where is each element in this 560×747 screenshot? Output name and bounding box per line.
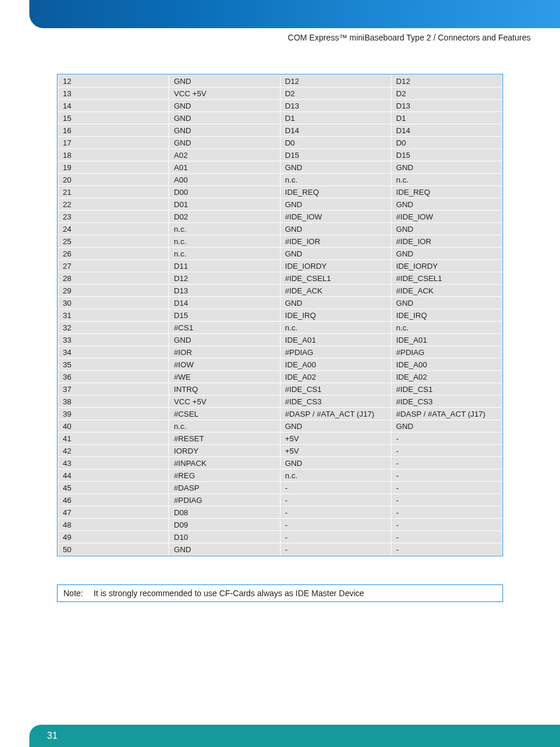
table-cell: 36 [58, 371, 169, 383]
table-cell: GND [280, 457, 391, 469]
table-cell: 30 [58, 297, 169, 309]
table-cell: GND [280, 248, 391, 260]
table-row: 13VCC +5VD2D2 [58, 87, 502, 100]
table-cell: GND [169, 137, 280, 149]
table-cell: 49 [58, 531, 169, 543]
table-cell: 22 [58, 198, 169, 211]
table-row: 17GNDD0D0 [58, 137, 502, 149]
table-cell: 50 [58, 543, 169, 556]
table-row: 25n.c.#IDE_IOR#IDE_IOR [58, 235, 502, 248]
table-cell: 43 [58, 457, 169, 469]
table-cell: GND [391, 420, 502, 432]
table-cell: 21 [58, 186, 169, 198]
table-cell: IDE_A00 [280, 359, 391, 371]
table-cell: #IOR [169, 346, 280, 359]
table-cell: D13 [391, 100, 502, 112]
table-cell: - [391, 506, 502, 519]
table-cell: GND [280, 223, 391, 235]
table-row: 46#PDIAG-- [58, 494, 502, 506]
table-cell: - [280, 494, 391, 506]
pinout-table-container: 12GNDD12D1213VCC +5VD2D214GNDD13D1315GND… [57, 74, 503, 556]
table-cell: 14 [58, 100, 169, 112]
table-row: 24n.c.GNDGND [58, 223, 502, 235]
table-row: 26n.c.GNDGND [58, 248, 502, 260]
table-cell: n.c. [391, 174, 502, 186]
table-cell: #INPACK [169, 457, 280, 469]
table-cell: GND [391, 248, 502, 260]
table-cell: IDE_REQ [280, 186, 391, 198]
table-cell: +5V [280, 445, 391, 457]
table-cell: A01 [169, 161, 280, 174]
table-cell: GND [280, 297, 391, 309]
table-cell: +5V [280, 432, 391, 445]
table-cell: GND [391, 198, 502, 211]
breadcrumb: COM Express™ miniBaseboard Type 2 / Conn… [288, 33, 531, 42]
table-cell: GND [391, 223, 502, 235]
table-cell: #DASP / #ATA_ACT (J17) [280, 408, 391, 420]
table-cell: D2 [391, 87, 502, 100]
table-cell: - [391, 543, 502, 556]
table-row: 40n.c.GNDGND [58, 420, 502, 432]
table-cell: D15 [169, 309, 280, 322]
table-row: 27D11IDE_IORDYIDE_IORDY [58, 260, 502, 272]
table-cell: n.c. [391, 322, 502, 334]
table-cell: 37 [58, 383, 169, 396]
table-cell: 39 [58, 408, 169, 420]
table-cell: 44 [58, 469, 169, 482]
table-cell: n.c. [169, 248, 280, 260]
table-row: 33GNDIDE_A01IDE_A01 [58, 334, 502, 346]
table-cell: IDE_IORDY [391, 260, 502, 272]
table-cell: 26 [58, 248, 169, 260]
table-cell: GND [391, 297, 502, 309]
table-cell: D12 [391, 75, 502, 87]
table-cell: 48 [58, 519, 169, 531]
table-cell: #IDE_ACK [391, 285, 502, 297]
table-cell: 18 [58, 149, 169, 161]
table-cell: IDE_A02 [391, 371, 502, 383]
table-row: 43#INPACKGND- [58, 457, 502, 469]
table-cell: D2 [280, 87, 391, 100]
table-cell: D0 [391, 137, 502, 149]
table-cell: #CSEL [169, 408, 280, 420]
table-cell: D11 [169, 260, 280, 272]
table-cell: - [391, 445, 502, 457]
table-cell: #PDIAG [391, 346, 502, 359]
table-cell: IDE_A00 [391, 359, 502, 371]
table-cell: D09 [169, 519, 280, 531]
table-cell: #IDE_CS3 [391, 396, 502, 408]
table-row: 49D10-- [58, 531, 502, 543]
table-cell: 24 [58, 223, 169, 235]
table-cell: 34 [58, 346, 169, 359]
table-cell: #IDE_IOW [391, 211, 502, 223]
table-cell: - [280, 531, 391, 543]
table-cell: GND [169, 112, 280, 124]
table-cell: D01 [169, 198, 280, 211]
table-cell: 33 [58, 334, 169, 346]
table-row: 29D13#IDE_ACK#IDE_ACK [58, 285, 502, 297]
table-cell: 27 [58, 260, 169, 272]
table-row: 39#CSEL#DASP / #ATA_ACT (J17)#DASP / #AT… [58, 408, 502, 420]
header-banner [29, 0, 560, 28]
table-row: 41#RESET+5V- [58, 432, 502, 445]
table-cell: D00 [169, 186, 280, 198]
table-cell: #IDE_CS3 [280, 396, 391, 408]
table-cell: 47 [58, 506, 169, 519]
footer-bar: 31 [29, 725, 560, 747]
table-cell: D08 [169, 506, 280, 519]
table-cell: 19 [58, 161, 169, 174]
table-cell: #REG [169, 469, 280, 482]
table-cell: IDE_IORDY [280, 260, 391, 272]
table-row: 36#WEIDE_A02IDE_A02 [58, 371, 502, 383]
table-cell: GND [391, 161, 502, 174]
table-cell: IORDY [169, 445, 280, 457]
table-cell: n.c. [169, 235, 280, 248]
table-cell: #IOW [169, 359, 280, 371]
table-cell: - [391, 432, 502, 445]
table-cell: 12 [58, 75, 169, 87]
table-row: 42IORDY+5V- [58, 445, 502, 457]
table-cell: D15 [280, 149, 391, 161]
table-cell: 42 [58, 445, 169, 457]
table-cell: #IDE_ACK [280, 285, 391, 297]
table-cell: 41 [58, 432, 169, 445]
table-row: 28D12#IDE_CSEL1#IDE_CSEL1 [58, 272, 502, 285]
